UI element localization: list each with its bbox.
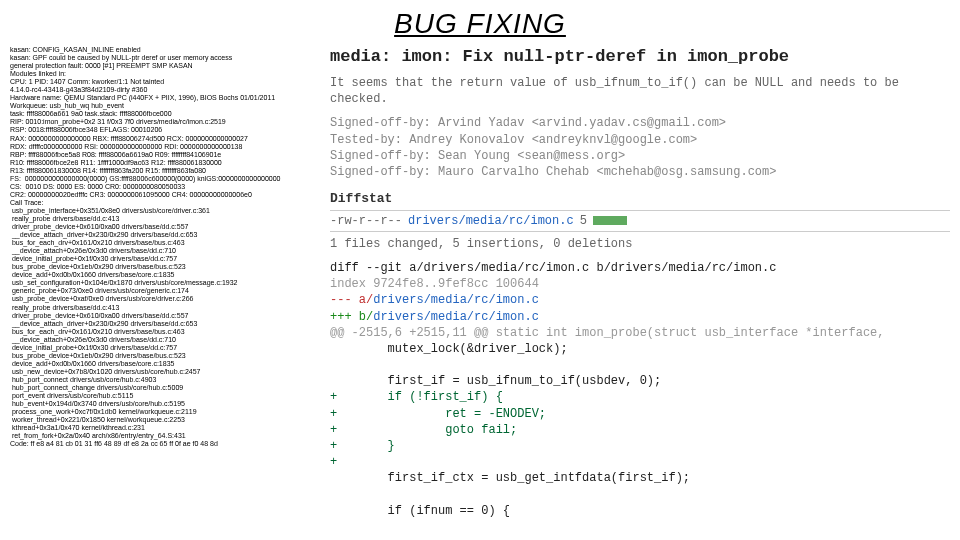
diff-path: drivers/media/rc/imon.c [373,310,539,324]
diff-path: drivers/media/rc/imon.c [373,293,539,307]
diffstat-summary: 1 files changed, 5 insertions, 0 deletio… [330,236,950,252]
diff-line-add: + [330,455,337,469]
diff-line: index 9724fe8..9fef8cc 100644 [330,277,539,291]
diff-line-del: --- a/ [330,293,373,307]
diff-line-add: + } [330,439,395,453]
patch-panel: media: imon: Fix null-ptr-deref in imon_… [330,46,950,519]
diffstat-row: -rw-r--r-- drivers/media/rc/imon.c 5 [330,213,950,229]
diff-line: first_if = usb_ifnum_to_if(usbdev, 0); [330,374,661,388]
commit-title: media: imon: Fix null-ptr-deref in imon_… [330,46,950,69]
diff-hunk: @@ -2515,6 +2515,11 @@ static int imon_p… [330,326,885,340]
diff-line-add: + if (!first_if) { [330,390,503,404]
diff-line: if (ifnum == 0) { [330,504,510,518]
commit-signatures: Signed-off-by: Arvind Yadav <arvind.yada… [330,115,950,180]
divider [330,210,950,211]
diff-line: mutex_lock(&driver_lock); [330,342,568,356]
file-change-count: 5 [580,213,587,229]
page-title: BUG FIXING [0,8,960,40]
diffstat-heading: Diffstat [330,190,950,208]
diff-block: diff --git a/drivers/media/rc/imon.c b/d… [330,260,950,519]
content-columns: kasan: CONFIG_KASAN_INLINE enabled kasan… [0,46,960,519]
commit-message: It seems that the return value of usb_if… [330,75,950,107]
file-perm: -rw-r--r-- [330,213,402,229]
diff-line-add: + goto fail; [330,423,517,437]
diff-line-add: + ret = -ENODEV; [330,407,546,421]
kernel-trace-panel: kasan: CONFIG_KASAN_INLINE enabled kasan… [10,46,318,519]
diff-line-add: +++ b/ [330,310,373,324]
diff-line: first_if_ctx = usb_get_intfdata(first_if… [330,471,690,485]
diff-line: diff --git a/drivers/media/rc/imon.c b/d… [330,261,776,275]
insertions-bar-icon [593,216,627,225]
file-link[interactable]: drivers/media/rc/imon.c [408,213,574,229]
divider [330,231,950,232]
